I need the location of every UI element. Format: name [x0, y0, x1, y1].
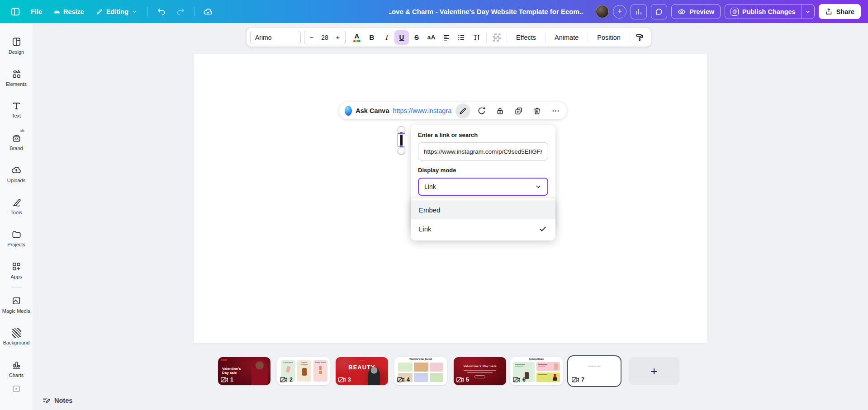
position-button[interactable]: Position [591, 34, 627, 41]
publish-changes-button[interactable]: @ Publish Changes [725, 5, 801, 19]
chevron-down-icon [805, 9, 811, 15]
element-link-url[interactable]: https://www.instagram.co [393, 107, 452, 114]
strikethrough-button[interactable]: S [409, 30, 424, 45]
sidebar-item-elements[interactable]: Elements [1, 61, 31, 94]
edit-link-button[interactable] [455, 104, 470, 118]
sidebar-item-design[interactable]: Design [1, 29, 31, 61]
page-thumbnail-7-selected[interactable]: Instagram video 7 [569, 357, 620, 385]
hidden-page-icon [221, 377, 228, 382]
bullet-list-icon [457, 33, 465, 42]
link-url-input[interactable] [418, 142, 548, 160]
font-family-select[interactable]: Arimo [250, 31, 301, 44]
divider [588, 33, 588, 42]
thumb-caption: Featured Deals [510, 358, 563, 361]
text-case-button[interactable]: aA [424, 30, 439, 45]
document-title[interactable]: Love & Charm - Valentine's Day Website T… [389, 0, 583, 23]
comments-button[interactable] [651, 4, 667, 19]
thumb-caption: Valentine's Day Special [394, 358, 447, 361]
selection-side-handle[interactable] [400, 132, 403, 134]
option-embed[interactable]: Embed [411, 200, 555, 219]
add-member-button[interactable]: + [613, 5, 626, 19]
home-sidebar-toggle-icon[interactable] [7, 4, 24, 19]
selection-side-handle[interactable] [400, 145, 403, 147]
ask-canva-button[interactable]: Ask Canva [356, 107, 389, 114]
hidden-page-icon [572, 377, 579, 382]
page-thumbnail-5[interactable]: Valentine's Day Sale 5 [454, 357, 506, 385]
thumb-tile [398, 363, 413, 372]
delete-button[interactable] [530, 104, 545, 118]
duplicate-button[interactable] [511, 104, 526, 118]
user-avatar[interactable] [596, 5, 609, 18]
sidebar-item-uploads[interactable]: Uploads [1, 158, 31, 190]
background-icon [12, 328, 21, 338]
page-thumbnail-3[interactable]: — · — BEAUTY 3 [336, 357, 388, 385]
preview-button[interactable]: Preview [671, 4, 721, 19]
thumb-subtext: — · — [336, 359, 388, 361]
resize-menu[interactable]: Resize [49, 5, 89, 18]
resize-handle-bottom[interactable] [398, 147, 405, 155]
editing-mode-menu[interactable]: Editing [91, 5, 142, 18]
divider [545, 33, 545, 42]
page-thumbnail-6[interactable]: Featured Deals 6 [510, 357, 563, 385]
undo-button[interactable] [153, 4, 170, 19]
display-mode-select[interactable]: Link [418, 178, 548, 196]
sidebar-divider [11, 287, 22, 287]
check-icon [538, 224, 547, 233]
sidebar-item-projects[interactable]: Projects [1, 222, 31, 254]
canva-assistant-icon[interactable] [345, 106, 352, 116]
page-thumbnail-1[interactable]: Valentine's Day sale 1 [218, 357, 270, 385]
object-panel-sidebar: Design Elements Text co Brand Uploads To… [0, 23, 33, 410]
sidebar-item-background[interactable]: Background [1, 320, 31, 353]
sidebar-item-magic-media[interactable]: Magic Media [1, 288, 31, 320]
file-menu[interactable]: File [26, 5, 47, 18]
pencil-icon [96, 8, 103, 15]
thumb-card: Organic shampoo [297, 360, 311, 382]
redo-icon [176, 7, 185, 16]
spacing-icon [472, 33, 480, 42]
sidebar-item-text[interactable]: Text [1, 94, 31, 126]
text-icon [11, 101, 21, 111]
sidebar-item-brand[interactable]: co Brand [1, 126, 31, 158]
font-size-decrease-button[interactable]: − [308, 33, 315, 41]
animate-button[interactable]: Animate [548, 34, 585, 41]
italic-button[interactable]: I [379, 30, 394, 45]
comment-add-button[interactable] [474, 104, 489, 118]
svg-text:co: co [14, 137, 19, 141]
sidebar-item-more-icon[interactable] [11, 386, 21, 392]
add-page-button[interactable]: + [629, 357, 679, 385]
underline-button[interactable]: U [394, 30, 409, 45]
link-popup-title: Enter a link or search [418, 132, 548, 138]
copy-style-button[interactable] [633, 30, 647, 45]
page-thumbnail-4[interactable]: Valentine's Day Special 4 [394, 357, 447, 385]
thumb-figure [251, 360, 268, 385]
option-link[interactable]: Link [411, 219, 555, 238]
publish-options-chevron[interactable] [802, 5, 814, 19]
thumb-button-shape [474, 375, 485, 378]
display-mode-dropdown: Embed Link [411, 198, 555, 240]
share-button[interactable]: Share [819, 4, 861, 19]
crown-icon [54, 9, 60, 14]
text-spacing-button[interactable] [469, 30, 484, 45]
divider [147, 7, 148, 16]
redo-button[interactable] [172, 4, 189, 19]
comment-plus-icon [477, 106, 486, 115]
page-thumbnail-2[interactable]: L'oreal paris Organic shampoo Bobby Brow… [277, 357, 330, 385]
insights-button[interactable] [631, 4, 647, 19]
sidebar-item-charts[interactable]: Charts [1, 353, 31, 385]
lock-button[interactable] [493, 104, 508, 118]
text-color-button[interactable]: A [350, 30, 364, 45]
notes-button[interactable]: Notes [42, 396, 72, 405]
effects-button[interactable]: Effects [510, 34, 542, 41]
more-options-button[interactable] [548, 104, 563, 118]
thumb-caption: Valentine's Day sale [222, 367, 248, 375]
font-size-value[interactable]: 28 [321, 34, 328, 41]
thumb-caption: BEAUTY [336, 364, 388, 371]
bold-button[interactable]: B [365, 30, 379, 45]
sidebar-item-apps[interactable]: Apps [1, 254, 31, 286]
alignment-button[interactable] [439, 30, 454, 45]
list-button[interactable] [454, 30, 469, 45]
hidden-page-icon [456, 377, 464, 382]
font-size-increase-button[interactable]: + [335, 33, 341, 41]
sidebar-item-tools[interactable]: Tools [1, 190, 31, 222]
transparency-button[interactable] [489, 30, 504, 45]
